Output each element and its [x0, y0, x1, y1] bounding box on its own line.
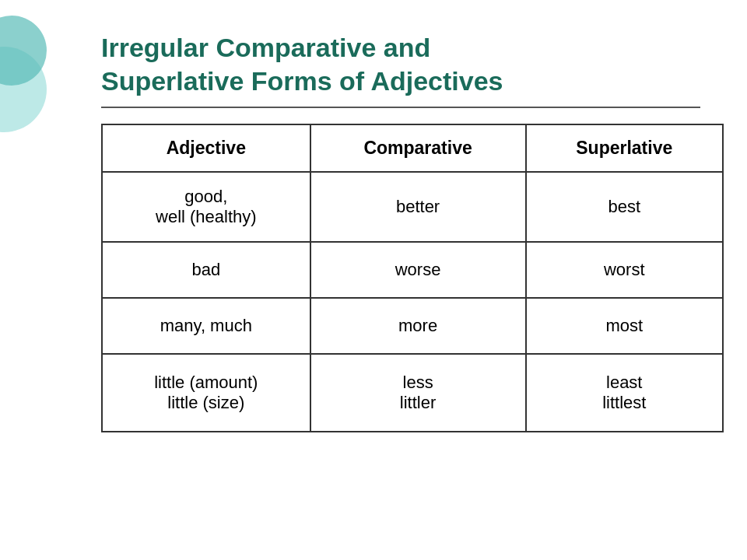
decorative-circles: [0, 0, 62, 156]
cell-adjective: many, much: [102, 298, 310, 354]
table-wrapper: Adjective Comparative Superlative good,w…: [101, 124, 700, 432]
header-comparative: Comparative: [310, 124, 526, 172]
cell-superlative: worst: [526, 242, 723, 298]
cell-superlative: leastlittlest: [526, 354, 723, 432]
table-row: little (amount)little (size)lesslittlerl…: [102, 354, 723, 432]
page-title: Irregular Comparative and Superlative Fo…: [101, 31, 700, 97]
cell-adjective: little (amount)little (size): [102, 354, 310, 432]
cell-comparative: more: [310, 298, 526, 354]
table-row: badworseworst: [102, 242, 723, 298]
cell-adjective: bad: [102, 242, 310, 298]
table-row: good,well (healthy)betterbest: [102, 172, 723, 242]
cell-superlative: best: [526, 172, 723, 242]
title-section: Irregular Comparative and Superlative Fo…: [101, 31, 700, 108]
table-header-row: Adjective Comparative Superlative: [102, 124, 723, 172]
header-adjective: Adjective: [102, 124, 310, 172]
cell-comparative: better: [310, 172, 526, 242]
adjectives-table: Adjective Comparative Superlative good,w…: [101, 124, 724, 432]
header-superlative: Superlative: [526, 124, 723, 172]
title-divider: [101, 107, 700, 108]
page-container: Irregular Comparative and Superlative Fo…: [0, 0, 747, 560]
table-row: many, muchmoremost: [102, 298, 723, 354]
cell-comparative: worse: [310, 242, 526, 298]
cell-comparative: lesslittler: [310, 354, 526, 432]
cell-superlative: most: [526, 298, 723, 354]
cell-adjective: good,well (healthy): [102, 172, 310, 242]
